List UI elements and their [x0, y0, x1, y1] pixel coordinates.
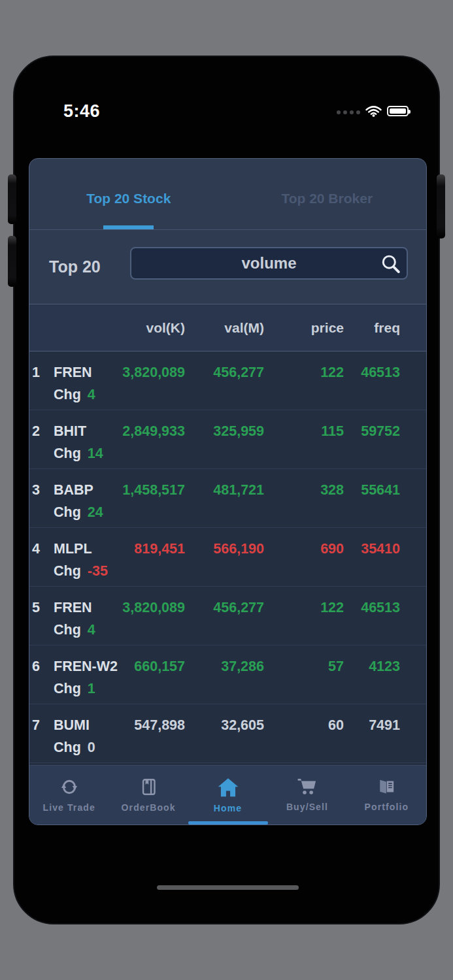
row-rank: 5 [31, 599, 54, 617]
nav-orderbook[interactable]: OrderBook [109, 766, 188, 825]
row-ticker: BABP [54, 482, 109, 499]
power-button [437, 174, 445, 238]
table-row[interactable]: 5 FREN 3,820,089 456,277 122 46513 Chg4 [29, 587, 426, 645]
volume-up-button [8, 174, 16, 224]
nav-portfolio[interactable]: Portfolio [347, 766, 426, 825]
row-price: 122 [264, 364, 344, 382]
tab-top-20-broker[interactable]: Top 20 Broker [228, 159, 427, 229]
row-volume: 547,898 [109, 717, 185, 734]
row-change: Chg14 [54, 445, 400, 463]
row-frequency: 35410 [344, 540, 400, 558]
search-box [130, 247, 408, 280]
row-frequency: 59752 [344, 423, 400, 440]
column-header-val: val(M) [185, 320, 264, 336]
row-rank: 1 [31, 364, 54, 382]
nav-label: Portfolio [365, 802, 409, 812]
column-header-price: price [264, 320, 344, 336]
row-change: Chg4 [54, 621, 400, 639]
status-bar-icons [337, 103, 409, 120]
table-row[interactable]: 2 BHIT 2,849,933 325,959 115 59752 Chg14 [29, 410, 426, 469]
change-value: 1 [88, 681, 95, 696]
search-icon[interactable] [379, 253, 401, 275]
column-header-vol: vol(K) [109, 320, 185, 336]
row-volume: 2,849,933 [109, 423, 185, 440]
row-rank: 3 [31, 482, 54, 499]
row-volume: 1,458,517 [109, 482, 185, 499]
status-time: 5:46 [63, 101, 100, 122]
battery-icon [387, 106, 409, 116]
app-card: Top 20 Stock Top 20 Broker Top 20 vol(K)… [29, 158, 427, 825]
change-value: -35 [88, 563, 108, 579]
volume-down-button [8, 236, 16, 287]
row-rank: 6 [31, 658, 54, 676]
table-row[interactable]: 6 FREN-W2 660,157 37,286 57 4123 Chg1 [29, 645, 426, 704]
table-row[interactable]: 1 FREN 3,820,089 456,277 122 46513 Chg4 [29, 351, 426, 410]
nav-buy-sell[interactable]: Buy/Sell [267, 766, 346, 825]
change-label: Chg [54, 504, 81, 520]
change-label: Chg [54, 681, 81, 696]
row-price: 115 [264, 423, 344, 440]
row-price: 57 [264, 658, 344, 676]
list-title: Top 20 [49, 230, 101, 304]
tab-top-20-stock[interactable]: Top 20 Stock [29, 159, 228, 229]
change-label: Chg [54, 446, 81, 461]
row-value: 32,605 [185, 717, 264, 734]
search-input[interactable] [131, 254, 407, 272]
row-ticker: BHIT [54, 423, 109, 440]
table-row[interactable]: 4 MLPL 819,451 566,190 690 35410 Chg-35 [29, 528, 426, 587]
row-ticker: MLPL [54, 540, 109, 558]
row-volume: 3,820,089 [109, 364, 185, 382]
row-frequency: 7491 [344, 717, 400, 734]
table-row[interactable]: 3 BABP 1,458,517 481,721 328 55641 Chg24 [29, 469, 426, 528]
change-value: 14 [88, 446, 103, 461]
row-volume: 660,157 [109, 658, 185, 676]
nav-label: Live Trade [43, 802, 95, 813]
column-header-freq: freq [344, 320, 400, 336]
change-value: 0 [88, 740, 95, 755]
row-price: 60 [264, 717, 344, 734]
row-change: Chg4 [54, 386, 400, 404]
row-rank: 4 [31, 540, 54, 558]
row-value: 481,721 [185, 482, 264, 499]
stock-table: 1 FREN 3,820,089 456,277 122 46513 Chg4 … [29, 351, 426, 766]
row-value: 456,277 [185, 599, 264, 617]
change-value: 4 [88, 387, 95, 402]
nav-label: OrderBook [122, 802, 176, 813]
change-label: Chg [54, 387, 81, 402]
row-volume: 819,451 [109, 540, 185, 558]
table-header: vol(K) val(M) price freq [29, 304, 426, 351]
nav-live-trade[interactable]: Live Trade [29, 766, 109, 825]
row-rank: 7 [31, 717, 54, 734]
row-value: 325,959 [185, 423, 264, 440]
row-value: 456,277 [185, 364, 264, 382]
row-ticker: BUMI [54, 717, 109, 734]
home-icon [217, 777, 239, 797]
row-change: Chg-35 [54, 563, 400, 580]
row-value: 566,190 [185, 540, 264, 558]
portfolio-icon [377, 777, 396, 796]
phone-frame: 5:46 Top 20 Stock Top 20 Broker Top 20 [13, 56, 440, 924]
row-change: Chg1 [54, 680, 400, 698]
change-label: Chg [54, 563, 81, 579]
wifi-icon [365, 105, 382, 117]
row-change: Chg0 [54, 739, 400, 757]
cellular-dots-icon [337, 110, 360, 114]
row-frequency: 55641 [344, 482, 400, 499]
table-row[interactable]: 7 BUMI 547,898 32,605 60 7491 Chg0 [29, 704, 426, 763]
book-icon [140, 777, 158, 796]
change-label: Chg [54, 740, 81, 755]
change-label: Chg [54, 622, 81, 638]
row-change: Chg24 [54, 504, 400, 521]
nav-home[interactable]: Home [188, 766, 267, 825]
active-tab-indicator [103, 225, 154, 229]
row-ticker: FREN-W2 [54, 658, 109, 676]
home-indicator[interactable] [157, 885, 299, 890]
cart-icon [297, 777, 318, 796]
row-ticker: FREN [54, 364, 109, 382]
row-value: 37,286 [185, 658, 264, 676]
sync-icon [58, 777, 80, 796]
row-price: 690 [264, 540, 344, 558]
tab-bar: Top 20 Stock Top 20 Broker [29, 159, 426, 230]
bottom-nav: Live Trade OrderBook Home [29, 765, 426, 825]
nav-label: Buy/Sell [286, 802, 328, 812]
